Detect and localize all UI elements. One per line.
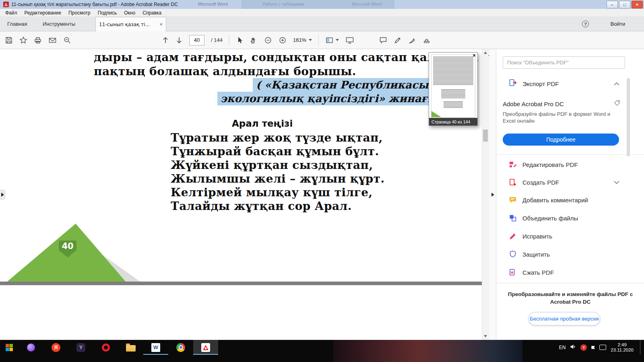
tool-protect[interactable]: Защитить: [496, 246, 644, 262]
taskbar-yandex-icon[interactable]: Я: [43, 340, 68, 355]
page-number-input[interactable]: 40: [189, 35, 204, 45]
create-pdf-icon: [508, 178, 517, 186]
thumbnail-text-lines: [433, 57, 473, 86]
tool-add-comment[interactable]: Добавить комментарий: [496, 192, 644, 208]
tool-fix[interactable]: Исправить: [496, 228, 644, 244]
close-icon[interactable]: ×: [471, 53, 477, 58]
document-scrollbar[interactable]: [482, 49, 489, 340]
menu-file[interactable]: Файл: [2, 9, 21, 16]
hand-tool-icon[interactable]: [250, 36, 258, 44]
next-page-icon[interactable]: [175, 36, 183, 44]
taskbar-cortana-icon[interactable]: [19, 340, 43, 355]
scroll-down-icon[interactable]: [484, 335, 487, 337]
window-title: 11-сынып қазақ тілі жаратылыстану бағыты…: [11, 2, 178, 7]
paragraph-line: пақтың болашақ алдындағы борышы.: [94, 65, 356, 78]
tools-search: [503, 56, 625, 69]
menu-window[interactable]: Окно: [120, 9, 139, 16]
sign-in-button[interactable]: Войти: [604, 21, 632, 27]
zoom-level-dropdown[interactable]: 161%: [293, 37, 312, 43]
learn-more-button[interactable]: Подробнее: [503, 134, 619, 146]
chevron-up-icon[interactable]: [614, 80, 619, 87]
tray-yandex-icon[interactable]: Y: [580, 344, 587, 351]
tab-document-label: 11-сынып қазақ ті...: [99, 22, 157, 27]
tray-date: 23.11.2020: [611, 348, 634, 353]
tab-close-icon[interactable]: ×: [159, 21, 163, 27]
print-icon[interactable]: [34, 36, 42, 44]
show-desktop-button[interactable]: [640, 340, 642, 355]
stamp-tool-icon[interactable]: [423, 36, 431, 44]
language-indicator[interactable]: EN: [559, 345, 566, 350]
start-button[interactable]: [0, 340, 19, 355]
fix-pen-icon: [508, 232, 517, 240]
tool-edit-pdf[interactable]: Редактировать PDF: [496, 156, 644, 173]
chevron-down-icon[interactable]: [614, 179, 619, 186]
wallpaper-fragment: [333, 340, 522, 362]
chevron-down-icon: [309, 39, 312, 41]
tool-compress-pdf[interactable]: Сжать PDF: [496, 264, 644, 280]
expand-panel-icon[interactable]: [491, 193, 494, 197]
menu-sign[interactable]: Подпись: [94, 9, 121, 16]
taskbar-explorer-icon[interactable]: [118, 340, 143, 355]
email-icon[interactable]: [48, 36, 57, 44]
toolbar-center-group: 40 / 144 161%: [162, 31, 431, 49]
save-icon[interactable]: [5, 36, 13, 44]
menu-edit[interactable]: Редактирование: [21, 9, 65, 16]
sign-tool-icon[interactable]: [408, 36, 416, 44]
background-window-title: Microsoft Word: [352, 2, 382, 6]
panel-scrollbar-thumb[interactable]: [627, 78, 630, 156]
scroll-up-icon[interactable]: [484, 51, 487, 54]
tray-flag-icon[interactable]: [591, 346, 595, 349]
tab-bar: Главная Инструменты 11-сынып қазақ ті...…: [0, 17, 644, 31]
tool-label: Объединить файлы: [522, 215, 578, 222]
free-trial-button[interactable]: Бесплатная пробная версия: [528, 312, 600, 325]
zoom-search-icon[interactable]: [63, 36, 71, 44]
menu-help[interactable]: Справка: [139, 9, 165, 16]
star-icon[interactable]: [19, 36, 27, 44]
toolbar: 40 / 144 161%: [0, 31, 644, 49]
tab-tools[interactable]: Инструменты: [43, 21, 75, 27]
tag-icon: [614, 100, 620, 108]
poem-line: Тұратын жер жоқ түзде ықтап,: [171, 131, 383, 144]
page-display-dropdown[interactable]: [325, 36, 339, 44]
pencil-tool-icon[interactable]: [394, 36, 402, 44]
tab-home[interactable]: Главная: [7, 21, 27, 27]
presentation-mode-icon[interactable]: [345, 36, 354, 44]
citation-line-selected: ( «Қазақстан Республикасының: [253, 78, 458, 92]
panel-divider: [496, 154, 644, 155]
maximize-button[interactable]: □: [619, 1, 630, 8]
select-tool-icon[interactable]: [236, 36, 243, 44]
help-icon[interactable]: ?: [582, 21, 589, 27]
left-panel-toggle[interactable]: [0, 190, 5, 200]
menu-view[interactable]: Просмотр: [65, 9, 94, 16]
zoom-out-icon[interactable]: [264, 36, 272, 44]
zoom-in-icon[interactable]: [279, 36, 287, 44]
panel-gutter: [489, 49, 496, 340]
minimize-button[interactable]: –: [607, 1, 618, 8]
background-window-title: Microsoft Word: [198, 2, 228, 6]
search-input[interactable]: [503, 56, 625, 69]
toolbar-separator: [229, 35, 229, 45]
zoom-level-value: 161%: [293, 37, 306, 43]
close-button[interactable]: ×: [632, 1, 643, 8]
clock[interactable]: 2:49 23.11.2020: [611, 342, 634, 353]
background-window-title: Работа с таблицами: [262, 2, 304, 6]
taskbar-acrobat-icon[interactable]: [193, 340, 218, 355]
taskbar-opera-icon[interactable]: [93, 340, 118, 355]
taskbar-word-icon[interactable]: W: [143, 340, 168, 355]
scrollbar-thumb[interactable]: [483, 130, 488, 142]
tool-create-pdf[interactable]: Создать PDF: [496, 174, 644, 190]
poem-line: Талайды жұтқан сор Арал.: [171, 200, 352, 213]
tab-document[interactable]: 11-сынып қазақ ті... ×: [95, 17, 166, 31]
chevron-down-icon: [336, 39, 339, 41]
tray-device-icon[interactable]: [599, 345, 606, 350]
taskbar-y-app-icon[interactable]: Y: [68, 340, 93, 355]
system-tray: EN Y 2:49 23.11.2020: [559, 340, 642, 355]
export-pdf-row[interactable]: Экспорт PDF: [496, 77, 644, 90]
window-controls: – □ ×: [607, 1, 643, 8]
tool-combine-files[interactable]: Объединить файлы: [496, 210, 644, 226]
volume-icon[interactable]: [570, 344, 576, 351]
comment-tool-icon[interactable]: [379, 36, 387, 44]
taskbar-chrome-icon[interactable]: [168, 340, 193, 355]
poem-line: Жылымшы желі – жұлын құрт.: [171, 172, 385, 185]
previous-page-icon[interactable]: [162, 36, 169, 44]
